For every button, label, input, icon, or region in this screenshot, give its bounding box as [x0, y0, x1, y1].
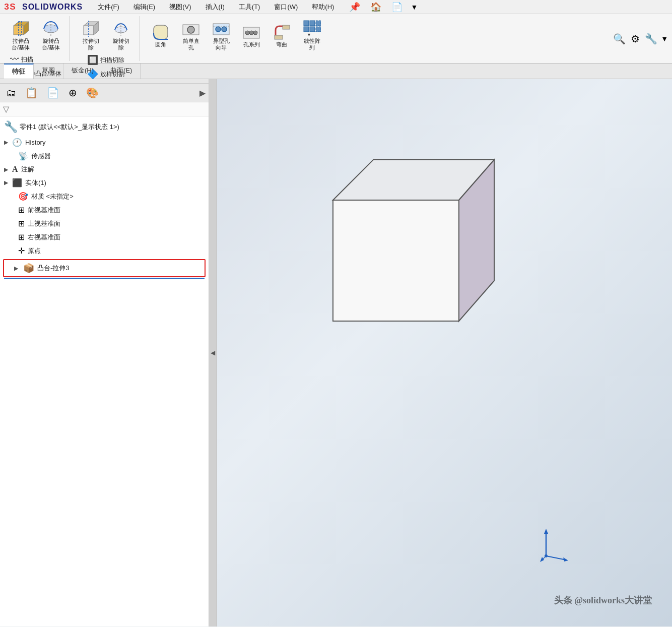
part-label: 零件1 (默认<<默认>_显示状态 1>) — [20, 122, 119, 132]
hole-series-button[interactable]: 孔系列 — [238, 22, 265, 49]
fillet-icon — [152, 23, 170, 41]
hole-series-icon — [242, 23, 260, 41]
tree-root-item[interactable]: 🔧 零件1 (默认<<默认>_显示状态 1>) — [0, 118, 209, 136]
tree-item-origin[interactable]: ✛ 原点 — [0, 244, 209, 258]
svg-rect-28 — [310, 21, 315, 26]
bend-icon — [273, 23, 291, 41]
origin-icon: ✛ — [18, 246, 25, 256]
tab-features[interactable]: 特征 — [4, 64, 34, 79]
boss-base-buttons-row: 拉伸凸台/基体 旋转凸台/基体 — [7, 18, 64, 52]
3d-box-svg — [293, 119, 545, 361]
hole-wizard-button[interactable]: 异型孔向导 — [208, 18, 235, 52]
linear-pattern-button[interactable]: ▼ 线性阵列 — [298, 18, 325, 52]
simple-hole-icon — [182, 20, 200, 38]
right-plane-icon: ⊞ — [18, 232, 25, 242]
menu-file[interactable]: 文件(F) — [95, 2, 122, 13]
svg-rect-29 — [316, 21, 321, 26]
ribbon-right-tools: 🔍 ⚙ 🔧 ▼ — [612, 16, 668, 61]
sidebar: 🗂 📋 📄 ⊕ 🎨 ▶ ▽ 🔧 零件1 (默认<<默认>_显示状态 1>) ▶ — [0, 79, 209, 626]
tab-sketch[interactable]: 草图 — [34, 64, 63, 79]
revolve-boss-label: 旋转凸台/基体 — [42, 38, 60, 51]
svg-marker-34 — [333, 200, 459, 321]
simple-hole-button[interactable]: 简单直孔 — [177, 18, 205, 52]
viewport[interactable]: 头条 @solidworks大讲堂 — [217, 79, 672, 626]
fillet-button[interactable]: 圆角 — [147, 22, 174, 49]
svg-point-18 — [216, 27, 221, 32]
svg-rect-31 — [310, 27, 315, 32]
home-icon[interactable]: 🏠 — [370, 2, 381, 13]
featuretree-icon[interactable]: 🗂 — [3, 86, 19, 100]
sidebar-expand-button[interactable]: ◀ — [209, 79, 217, 626]
tree-item-sensor[interactable]: 📡 传感器 — [0, 149, 209, 163]
extrude3-label: 凸台-拉伸3 — [37, 264, 70, 273]
history-arrow: ▶ — [4, 139, 10, 146]
menu-tools[interactable]: 工具(T) — [236, 2, 263, 13]
menu-insert[interactable]: 插入(I) — [203, 2, 228, 13]
main-layout: 🗂 📋 📄 ⊕ 🎨 ▶ ▽ 🔧 零件1 (默认<<默认>_显示状态 1>) ▶ — [0, 79, 672, 626]
solid-body-label: 实体(1) — [25, 178, 46, 187]
hole-series-label: 孔系列 — [243, 41, 260, 48]
search-icon[interactable]: 🔍 — [612, 31, 627, 46]
svg-line-39 — [546, 556, 566, 560]
tab-sheet-metal[interactable]: 钣金(H) — [63, 64, 102, 79]
svg-point-22 — [245, 31, 249, 35]
svg-point-12 — [115, 27, 127, 33]
svg-rect-26 — [283, 25, 290, 29]
appearance-icon[interactable]: 🎨 — [83, 86, 102, 100]
svg-point-19 — [222, 27, 227, 32]
revolve-cut-icon — [112, 20, 130, 38]
propertymanager-icon[interactable]: 📋 — [22, 86, 41, 100]
bend-button[interactable]: 弯曲 — [268, 22, 295, 49]
history-label: History — [25, 139, 45, 146]
tree-item-solid-body[interactable]: ▶ ⬛ 实体(1) — [0, 176, 209, 190]
extrude3-icon: 📦 — [23, 263, 34, 274]
sidebar-filter-row: ▽ — [0, 102, 209, 116]
tab-surface[interactable]: 曲面(E) — [102, 64, 141, 79]
logo-text: SOLIDWORKS — [22, 3, 83, 12]
cut-group: 拉伸切除 旋转切除 🔲 扫描切除 🔷 放样切割 🔷 — [72, 16, 140, 61]
pin-icon[interactable]: 📌 — [349, 2, 360, 13]
sidebar-toolbar — [0, 79, 209, 84]
settings-icon[interactable]: ⚙ — [629, 31, 641, 46]
dimetionmanager-icon[interactable]: ⊕ — [65, 86, 80, 100]
revolve-cut-label: 旋转切除 — [113, 38, 129, 51]
sidebar-expand-arrow[interactable]: ▶ — [199, 88, 206, 98]
ribbon-dropdown-icon[interactable]: ▼ — [661, 35, 668, 43]
origin-label: 原点 — [28, 246, 41, 256]
menu-dropdown-icon[interactable]: ▼ — [411, 3, 418, 11]
extrude-cut-icon — [82, 20, 100, 38]
filter-input[interactable] — [11, 105, 206, 113]
menu-view[interactable]: 视图(V) — [166, 2, 194, 13]
front-plane-label: 前视基准面 — [28, 206, 60, 215]
tree-item-material[interactable]: 🎯 材质 <未指定> — [0, 190, 209, 203]
menu-help[interactable]: 帮助(H) — [309, 2, 337, 13]
tree-item-top-plane[interactable]: ⊞ 上视基准面 — [0, 217, 209, 230]
watermark: 头条 @solidworks大讲堂 — [554, 594, 652, 606]
hole-wizard-icon — [212, 20, 230, 38]
extrude-cut-button[interactable]: 拉伸切除 — [77, 18, 104, 52]
svg-rect-25 — [275, 35, 283, 39]
tree-item-annotation[interactable]: ▶ A 注解 — [0, 163, 209, 176]
menu-window[interactable]: 窗口(W) — [271, 2, 301, 13]
cut-buttons-row: 拉伸切除 旋转切除 — [77, 18, 135, 52]
new-page-icon[interactable]: 📄 — [391, 2, 402, 13]
svg-point-24 — [253, 31, 257, 35]
menu-edit[interactable]: 编辑(E) — [130, 2, 158, 13]
revolve-boss-button[interactable]: 旋转凸台/基体 — [37, 18, 64, 52]
annotation-label: 注解 — [21, 165, 34, 174]
extrude-boss-button[interactable]: 拉伸凸台/基体 — [7, 18, 34, 52]
material-icon: 🎯 — [18, 192, 28, 201]
linear-pattern-label: 线性阵列 — [304, 38, 320, 51]
svg-point-6 — [44, 25, 58, 33]
svg-rect-30 — [304, 27, 309, 32]
features-group: 圆角 简单直孔 异型孔向导 — [142, 16, 330, 61]
configmanager-icon[interactable]: 📄 — [44, 86, 62, 100]
sensor-label: 传感器 — [31, 152, 51, 161]
tree-item-extrude3[interactable]: ▶ 📦 凸台-拉伸3 — [3, 259, 206, 277]
revolve-cut-button[interactable]: 旋转切除 — [107, 18, 135, 52]
svg-text:S: S — [10, 2, 16, 12]
wrench-icon[interactable]: 🔧 — [643, 31, 659, 46]
tree-item-front-plane[interactable]: ⊞ 前视基准面 — [0, 203, 209, 217]
tree-item-right-plane[interactable]: ⊞ 右视基准面 — [0, 230, 209, 244]
tree-item-history[interactable]: ▶ 🕐 History — [0, 136, 209, 149]
